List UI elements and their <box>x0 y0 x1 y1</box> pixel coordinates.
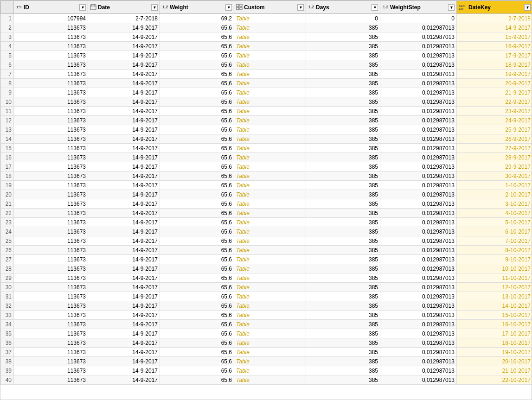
cell-custom[interactable]: Table <box>234 236 306 246</box>
cell-days: 385 <box>306 107 380 116</box>
cell-datekey: 15-9-2017 <box>457 32 532 42</box>
cell-custom[interactable]: Table <box>234 88 306 97</box>
row-number: 22 <box>1 209 14 218</box>
cell-custom[interactable]: Table <box>234 227 306 236</box>
col-header-days[interactable]: 1.2Days▾ <box>306 1 380 14</box>
row-number: 11 <box>1 107 14 116</box>
filter-btn-weight[interactable]: ▾ <box>225 4 232 11</box>
cell-custom[interactable]: Table <box>234 125 306 134</box>
cell-days: 385 <box>306 190 380 199</box>
col-header-weight[interactable]: 1.2Weight▾ <box>160 1 234 14</box>
table-row: 3711367314-9-201765,6Table3850,012987013… <box>1 348 532 357</box>
col-header-custom[interactable]: Custom▾ <box>234 1 306 14</box>
cell-days: 385 <box>306 273 380 283</box>
row-number: 3 <box>1 32 14 42</box>
filter-btn-date[interactable]: ▾ <box>151 4 158 11</box>
cell-weightstep: 0,012987013 <box>380 199 457 209</box>
cell-custom[interactable]: Table <box>234 329 306 338</box>
cell-custom[interactable]: Table <box>234 190 306 199</box>
cell-date: 14-9-2017 <box>88 88 160 97</box>
cell-weight: 65,6 <box>160 153 234 162</box>
cell-custom[interactable]: Table <box>234 255 306 264</box>
cell-id: 113673 <box>14 190 88 199</box>
filter-btn-id[interactable]: ▾ <box>79 4 86 11</box>
cell-weight: 65,6 <box>160 209 234 218</box>
cell-date: 14-9-2017 <box>88 366 160 375</box>
cell-weight: 65,6 <box>160 199 234 209</box>
cell-custom[interactable]: Table <box>234 320 306 329</box>
cell-weight: 65,6 <box>160 292 234 301</box>
cell-custom[interactable]: Table <box>234 311 306 320</box>
cell-days: 385 <box>306 218 380 227</box>
cell-custom[interactable]: Table <box>234 42 306 51</box>
cell-custom[interactable]: Table <box>234 181 306 190</box>
cell-custom[interactable]: Table <box>234 246 306 255</box>
table-row: 4011367314-9-201765,6Table3850,012987013… <box>1 375 532 385</box>
cell-custom[interactable]: Table <box>234 171 306 181</box>
filter-btn-datekey[interactable]: ▾ <box>524 4 531 11</box>
cell-custom[interactable]: Table <box>234 23 306 32</box>
cell-custom[interactable]: Table <box>234 162 306 171</box>
cell-custom[interactable]: Table <box>234 14 306 23</box>
cell-id: 113673 <box>14 97 88 107</box>
cell-custom[interactable]: Table <box>234 357 306 366</box>
col-header-id[interactable]: 1²3ID▾ <box>14 1 88 14</box>
cell-custom[interactable]: Table <box>234 264 306 273</box>
table-row: 611367314-9-201765,6Table3850,0129870131… <box>1 60 532 70</box>
cell-datekey: 18-9-2017 <box>457 60 532 70</box>
cell-custom[interactable]: Table <box>234 116 306 125</box>
cell-weightstep: 0,012987013 <box>380 190 457 199</box>
cell-id: 113673 <box>14 218 88 227</box>
cell-custom[interactable]: Table <box>234 60 306 70</box>
cell-custom[interactable]: Table <box>234 51 306 60</box>
cell-custom[interactable]: Table <box>234 97 306 107</box>
cell-custom[interactable]: Table <box>234 144 306 153</box>
cell-custom[interactable]: Table <box>234 134 306 144</box>
row-number: 9 <box>1 88 14 97</box>
cell-custom[interactable]: Table <box>234 375 306 385</box>
cell-id: 113673 <box>14 255 88 264</box>
cell-custom[interactable]: Table <box>234 218 306 227</box>
col-header-datekey[interactable]: ABC123DateKey▾ <box>457 1 532 14</box>
cell-datekey: 2-7-2018 <box>457 14 532 23</box>
cell-days: 385 <box>306 144 380 153</box>
cell-custom[interactable]: Table <box>234 366 306 375</box>
cell-datekey: 30-9-2017 <box>457 171 532 181</box>
filter-btn-custom[interactable]: ▾ <box>297 4 304 11</box>
col-header-weightstep[interactable]: 1.2WeightStep▾ <box>380 1 457 14</box>
cell-datekey: 20-10-2017 <box>457 357 532 366</box>
filter-btn-days[interactable]: ▾ <box>372 4 378 11</box>
cell-custom[interactable]: Table <box>234 153 306 162</box>
cell-weightstep: 0,012987013 <box>380 366 457 375</box>
table-row: 11079942-7-201869,2Table002-7-2018 <box>1 14 532 23</box>
cell-custom[interactable]: Table <box>234 273 306 283</box>
cell-custom[interactable]: Table <box>234 32 306 42</box>
cell-date: 14-9-2017 <box>88 134 160 144</box>
col-label-days: Days <box>316 4 370 11</box>
row-number: 34 <box>1 320 14 329</box>
cell-custom[interactable]: Table <box>234 292 306 301</box>
row-number: 40 <box>1 375 14 385</box>
cell-weight: 65,6 <box>160 236 234 246</box>
cell-date: 14-9-2017 <box>88 311 160 320</box>
cell-custom[interactable]: Table <box>234 79 306 88</box>
table-row: 3811367314-9-201765,6Table3850,012987013… <box>1 357 532 366</box>
cell-weightstep: 0,012987013 <box>380 357 457 366</box>
cell-custom[interactable]: Table <box>234 209 306 218</box>
cell-custom[interactable]: Table <box>234 348 306 357</box>
cell-custom[interactable]: Table <box>234 301 306 311</box>
cell-days: 385 <box>306 227 380 236</box>
cell-custom[interactable]: Table <box>234 283 306 292</box>
cell-custom[interactable]: Table <box>234 199 306 209</box>
row-number: 28 <box>1 264 14 273</box>
table-row: 711367314-9-201765,6Table3850,0129870131… <box>1 70 532 79</box>
cell-date: 14-9-2017 <box>88 181 160 190</box>
row-number: 7 <box>1 70 14 79</box>
cell-date: 14-9-2017 <box>88 42 160 51</box>
cell-custom[interactable]: Table <box>234 70 306 79</box>
filter-btn-weightstep[interactable]: ▾ <box>448 4 455 11</box>
cell-days: 385 <box>306 134 380 144</box>
cell-custom[interactable]: Table <box>234 107 306 116</box>
col-header-date[interactable]: Date▾ <box>88 1 160 14</box>
cell-custom[interactable]: Table <box>234 338 306 348</box>
